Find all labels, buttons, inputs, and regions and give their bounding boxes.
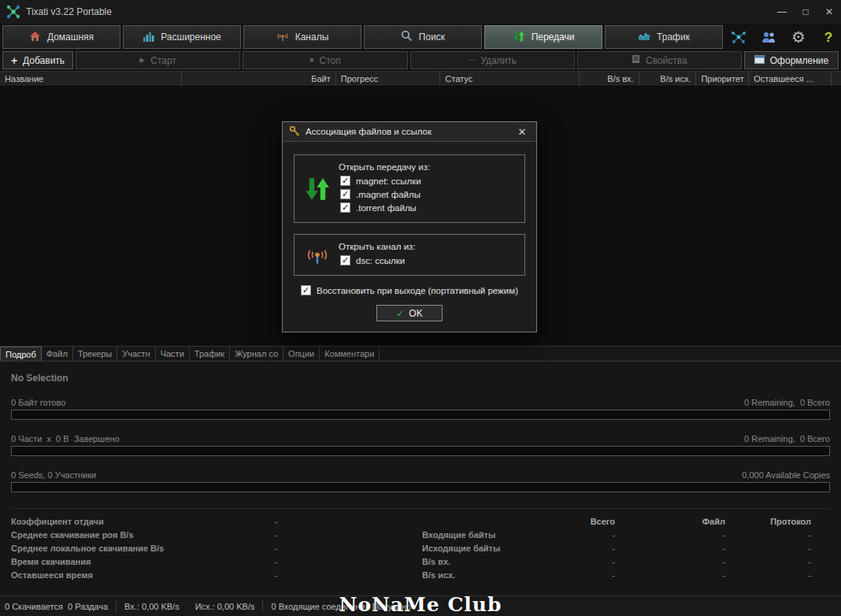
properties-button[interactable]: Свойства	[577, 51, 742, 69]
tab-advanced[interactable]: Расширенное	[123, 25, 241, 49]
status-outgoing-rate: Исх.: 0,00 KB/s	[187, 602, 263, 611]
tab-traffic[interactable]: Трафик	[605, 25, 723, 49]
tab-channels[interactable]: Каналы	[243, 25, 361, 49]
titlebar: Tixati v3.22 Portable — □ ✕	[0, 0, 841, 24]
available-copies-label: 0,000 Available Copies	[742, 470, 830, 480]
help-icon[interactable]: ?	[815, 26, 841, 48]
tab-pieces[interactable]: Части	[156, 347, 190, 361]
column-bytes[interactable]: Байт	[182, 72, 335, 86]
stats-table: Коэффициент отдачи - Всего Файл Протокол…	[11, 508, 830, 582]
stop-button[interactable]: ■ Стоп	[243, 51, 407, 69]
network-icon[interactable]	[725, 26, 752, 48]
check-icon: ✓	[396, 308, 404, 319]
tab-traffic-label: Трафик	[657, 32, 690, 43]
start-button[interactable]: ▶ Старт	[76, 51, 240, 69]
column-status[interactable]: Статус	[440, 72, 579, 86]
column-progress[interactable]: Прогресс	[336, 72, 441, 86]
users-icon[interactable]	[755, 26, 782, 48]
open-channel-group: Открыть канал из: ✓ dsc: ссылки	[294, 234, 525, 276]
column-remaining[interactable]: Оставшееся ...	[749, 72, 832, 86]
ok-button[interactable]: ✓ OK	[376, 305, 443, 321]
magnet-links-option[interactable]: ✓ magnet: ссылки	[340, 176, 520, 186]
plus-icon: +	[11, 54, 17, 67]
noname-club-watermark: NoNaMe Club	[339, 593, 502, 616]
column-filler	[832, 72, 841, 86]
tab-options[interactable]: Опции	[283, 347, 320, 361]
dialog-title: Ассоциация файлов и ссылок	[306, 127, 432, 136]
play-icon: ▶	[139, 57, 145, 64]
main-nav: Домашняя Расширенное Каналы Поиск Переда…	[0, 24, 841, 50]
availability-bar	[11, 482, 830, 492]
dialog-titlebar: Ассоциация файлов и ссылок ✕	[283, 122, 536, 142]
restore-on-exit-option[interactable]: ✓ Восстановить при выходе (портативный р…	[294, 285, 525, 295]
no-selection-label: No Selection	[11, 373, 830, 384]
layout-window-icon	[754, 55, 765, 66]
column-priority[interactable]: Приоритет	[696, 72, 749, 86]
minus-icon: —	[468, 57, 475, 64]
tab-comments[interactable]: Комментари	[320, 347, 380, 361]
settings-gear-icon[interactable]: ⚙	[785, 26, 812, 48]
tab-search[interactable]: Поиск	[364, 25, 482, 49]
open-transfer-label: Открыть передачу из:	[339, 162, 520, 172]
stats-row: Время скачивания - B/s вх. - - -	[11, 555, 830, 569]
search-icon	[401, 30, 413, 44]
key-icon	[289, 125, 300, 138]
layout-button[interactable]: Оформление	[744, 51, 839, 69]
details-panel: No Selection 0 Байт готово 0 Remaining, …	[0, 362, 841, 596]
transfers-column-header: Название Байт Прогресс Статус B/s вх. B/…	[0, 71, 841, 87]
checkbox-checked[interactable]: ✓	[340, 176, 350, 186]
open-channel-label: Открыть канал из:	[339, 242, 520, 251]
maximize-button[interactable]: □	[794, 0, 817, 24]
status-incoming-rate: Вх.: 0,00 KB/s	[117, 602, 187, 611]
checkbox-checked[interactable]: ✓	[301, 285, 311, 295]
remove-button[interactable]: — Удалить	[410, 51, 575, 69]
checkbox-checked[interactable]: ✓	[340, 189, 350, 199]
tab-transfers[interactable]: Передачи	[484, 25, 602, 49]
home-icon	[29, 31, 41, 44]
broadcast-icon	[296, 241, 339, 269]
stats-row: Среднее скачивание роя B/s - Входящие ба…	[11, 529, 830, 542]
transfer-arrows-icon	[513, 30, 525, 45]
add-button[interactable]: + Добавить	[2, 51, 73, 69]
tab-channels-label: Каналы	[295, 32, 329, 43]
pieces-done-label: 0 Части x 0 В Завершено	[11, 434, 120, 443]
properties-sheet-icon	[632, 54, 640, 66]
dialog-close-icon[interactable]: ✕	[514, 126, 530, 138]
tab-files[interactable]: Файл	[42, 347, 73, 361]
tab-home[interactable]: Домашняя	[2, 25, 120, 49]
tab-home-label: Домашняя	[47, 32, 94, 43]
bytes-done-label: 0 Байт готово	[11, 398, 65, 407]
magnet-files-option[interactable]: ✓ .magnet файлы	[340, 189, 520, 199]
status-transfers-count: 0 Скачивается 0 Раздача	[0, 602, 116, 611]
transfer-arrows-icon	[296, 161, 339, 216]
status-bar: 0 Скачивается 0 Раздача Вх.: 0,00 KB/s И…	[0, 596, 841, 616]
torrent-files-option[interactable]: ✓ .torrent файлы	[340, 202, 520, 213]
tab-advanced-label: Расширенное	[161, 32, 221, 43]
window-title: Tixati v3.22 Portable	[26, 6, 112, 17]
tab-peers[interactable]: Участн	[117, 347, 155, 361]
bytes-remaining-label: 0 Remaining, 0 Всего	[744, 398, 830, 407]
tab-bandwidth[interactable]: Трафик	[190, 347, 230, 361]
checkbox-checked[interactable]: ✓	[340, 255, 350, 265]
checkbox-checked[interactable]: ✓	[340, 202, 350, 213]
column-bs-in[interactable]: B/s вх.	[580, 72, 639, 86]
seeds-peers-label: 0 Seeds, 0 Участники	[11, 470, 96, 480]
tab-details[interactable]: Подроб	[0, 347, 42, 361]
stats-row: Оставшееся время - B/s исх. - - -	[11, 569, 830, 582]
transfer-list[interactable]: Ассоциация файлов и ссылок ✕ Открыть пер…	[0, 87, 841, 347]
close-button[interactable]: ✕	[817, 0, 841, 24]
tab-search-label: Поиск	[419, 32, 445, 43]
transfers-toolbar: + Добавить ▶ Старт ■ Стоп — Удалить Свой…	[0, 50, 841, 71]
column-bs-out[interactable]: B/s исх.	[639, 72, 697, 86]
tab-trackers[interactable]: Трекеры	[73, 347, 117, 361]
detail-tabs: Подроб Файл Трекеры Участн Части Трафик …	[0, 347, 841, 362]
dsc-links-option[interactable]: ✓ dsc: ссылки	[340, 255, 520, 265]
tab-eventlog[interactable]: Журнал со	[230, 347, 283, 361]
column-name[interactable]: Название	[0, 72, 182, 86]
chart-bars-icon	[143, 31, 154, 44]
minimize-button[interactable]: —	[770, 0, 794, 24]
open-transfer-group: Открыть передачу из: ✓ magnet: ссылки ✓ …	[294, 154, 525, 223]
pieces-remaining-label: 0 Remaining, 0 Всего	[744, 434, 830, 443]
stats-row: Среднее локальное скачивание B/s - Исход…	[11, 542, 830, 555]
broadcast-icon	[276, 31, 289, 44]
